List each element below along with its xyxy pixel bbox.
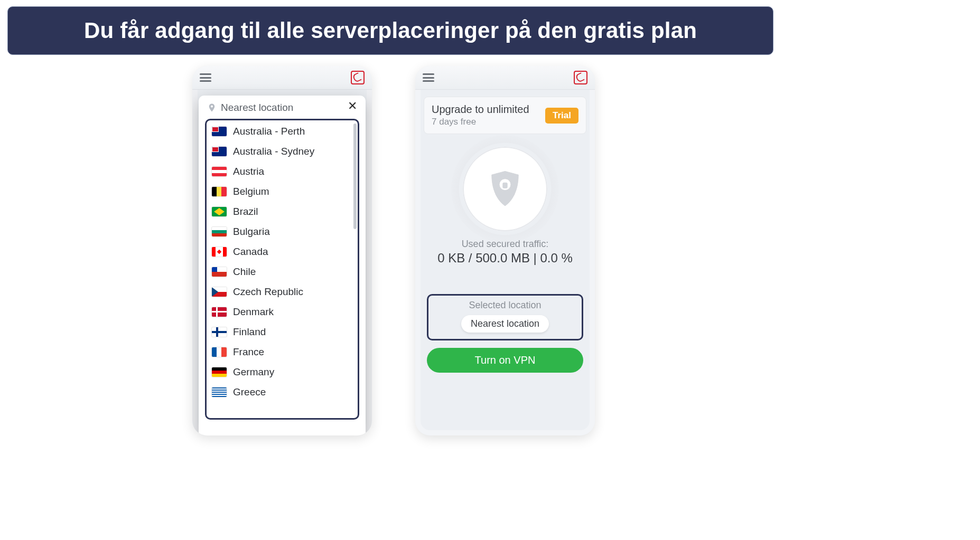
location-item-label: Germany bbox=[233, 366, 274, 378]
location-item[interactable]: Denmark bbox=[209, 302, 356, 322]
location-item-label: Australia - Sydney bbox=[233, 146, 314, 157]
hamburger-menu-icon[interactable] bbox=[423, 73, 434, 82]
location-item-label: France bbox=[233, 346, 264, 358]
avira-logo-icon bbox=[351, 71, 365, 84]
location-list-frame: Australia - PerthAustralia - SydneyAustr… bbox=[205, 119, 359, 420]
upgrade-card[interactable]: Upgrade to unlimited 7 days free Trial bbox=[424, 97, 586, 134]
flag-icon bbox=[212, 347, 227, 357]
svg-point-0 bbox=[499, 179, 511, 191]
nearest-location-row[interactable]: Nearest location bbox=[199, 100, 366, 119]
location-item[interactable]: Brazil bbox=[209, 202, 356, 222]
flag-icon bbox=[212, 327, 227, 337]
location-item-label: Finland bbox=[233, 326, 266, 338]
location-item-label: Denmark bbox=[233, 306, 274, 318]
hamburger-menu-icon[interactable] bbox=[200, 73, 211, 82]
location-popup-overlay: ✕ Nearest location Australia - PerthAust… bbox=[192, 89, 372, 435]
location-item[interactable]: France bbox=[209, 342, 356, 362]
location-item-label: Canada bbox=[233, 246, 268, 258]
location-item[interactable]: Australia - Sydney bbox=[209, 141, 356, 162]
location-item[interactable]: Canada bbox=[209, 242, 356, 262]
flag-icon bbox=[212, 187, 227, 196]
flag-icon bbox=[212, 387, 227, 397]
location-item-label: Austria bbox=[233, 166, 264, 177]
location-item[interactable]: Belgium bbox=[209, 182, 356, 202]
vpn-status-medallion bbox=[463, 147, 547, 231]
flag-icon bbox=[212, 207, 227, 216]
upgrade-title: Upgrade to unlimited bbox=[432, 103, 529, 116]
close-icon[interactable]: ✕ bbox=[344, 100, 360, 112]
location-item-label: Czech Republic bbox=[233, 286, 303, 298]
traffic-value: 0 KB / 500.0 MB | 0.0 % bbox=[415, 251, 595, 266]
trial-badge[interactable]: Trial bbox=[545, 108, 578, 124]
location-item[interactable]: Czech Republic bbox=[209, 282, 356, 302]
turn-on-vpn-button[interactable]: Turn on VPN bbox=[427, 348, 583, 373]
location-item[interactable]: Finland bbox=[209, 322, 356, 342]
app-topbar bbox=[415, 66, 595, 90]
scrollbar-thumb[interactable] bbox=[353, 124, 357, 229]
nearest-location-label: Nearest location bbox=[221, 102, 293, 113]
flag-icon bbox=[212, 267, 227, 277]
flag-icon bbox=[212, 307, 227, 317]
location-item[interactable]: Greece bbox=[209, 382, 356, 402]
location-item[interactable]: Chile bbox=[209, 262, 356, 282]
flag-icon bbox=[212, 367, 227, 377]
flag-icon bbox=[212, 227, 227, 236]
location-item-label: Chile bbox=[233, 266, 256, 278]
selected-location-pill[interactable]: Nearest location bbox=[461, 315, 549, 333]
flag-icon bbox=[212, 147, 227, 156]
selected-location-frame: Selected location Nearest location bbox=[427, 294, 583, 340]
location-pin-icon bbox=[207, 102, 217, 113]
location-item[interactable]: Germany bbox=[209, 362, 356, 382]
headline-banner: Du får adgang til alle serverplaceringer… bbox=[7, 6, 773, 55]
flag-icon bbox=[212, 167, 227, 176]
location-item[interactable]: Australia - Perth bbox=[209, 121, 356, 141]
flag-icon bbox=[212, 127, 227, 136]
flag-icon bbox=[212, 247, 227, 257]
headline-text: Du får adgang til alle serverplaceringer… bbox=[84, 18, 697, 43]
phone-location-list: ✕ Nearest location Australia - PerthAust… bbox=[192, 66, 372, 435]
vpn-shield-icon bbox=[483, 167, 527, 211]
phone-main-screen: Upgrade to unlimited 7 days free Trial U… bbox=[415, 66, 595, 435]
app-topbar bbox=[192, 66, 372, 90]
flag-icon bbox=[212, 287, 227, 297]
avira-logo-icon bbox=[574, 71, 587, 84]
upgrade-subtitle: 7 days free bbox=[432, 117, 529, 127]
location-popup-card: ✕ Nearest location Australia - PerthAust… bbox=[199, 96, 366, 435]
location-list[interactable]: Australia - PerthAustralia - SydneyAustr… bbox=[209, 121, 356, 417]
selected-location-label: Selected location bbox=[434, 300, 576, 311]
location-item-label: Bulgaria bbox=[233, 226, 270, 238]
location-item-label: Belgium bbox=[233, 186, 269, 197]
location-item-label: Brazil bbox=[233, 206, 258, 217]
location-item[interactable]: Austria bbox=[209, 162, 356, 182]
svg-rect-1 bbox=[503, 183, 507, 188]
location-item[interactable]: Bulgaria bbox=[209, 222, 356, 242]
scrollbar[interactable] bbox=[353, 124, 357, 415]
location-item-label: Australia - Perth bbox=[233, 126, 305, 137]
location-item-label: Greece bbox=[233, 386, 266, 398]
